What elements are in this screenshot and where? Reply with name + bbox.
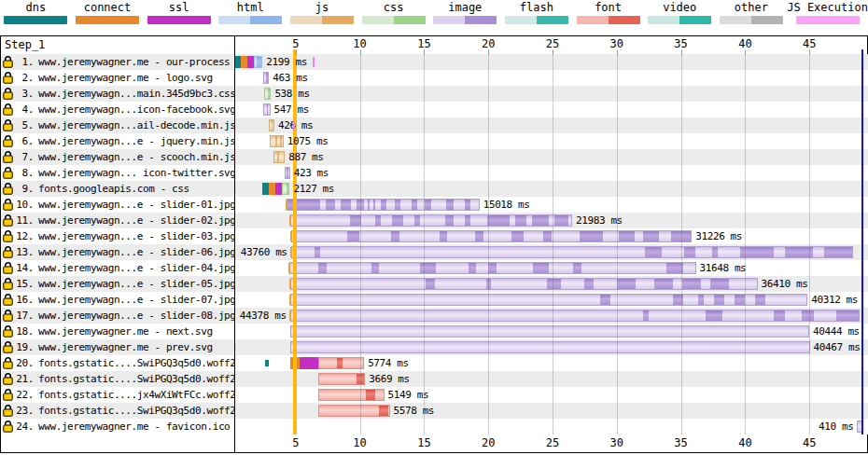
request-url[interactable]: fonts.gstatic....SwiPGQ3q5d0.woff2 (38, 357, 234, 369)
request-url[interactable]: fonts.gstatic....jx4wXiWtFCc.woff2 (38, 389, 234, 401)
font-download-bar[interactable] (318, 357, 364, 369)
request-url[interactable]: www.jeremywagn...e - slider-07.jpg (38, 294, 234, 306)
font-download-bar[interactable] (318, 405, 390, 417)
request-url[interactable]: www.jeremywagn...e - slider-01.jpg (38, 199, 234, 211)
css-download-bar[interactable] (264, 88, 271, 100)
request-row[interactable]: 4.www.jeremywagn...icon-facebook.svg547 … (1, 102, 868, 117)
request-url[interactable]: www.jeremywagner.me - our-process (38, 56, 230, 68)
dns-segment[interactable] (234, 56, 241, 68)
request-row[interactable]: 16.www.jeremywagn...e - slider-07.jpg403… (1, 292, 868, 308)
request-url[interactable]: www.jeremywagn...e - slider-03.jpg (38, 230, 234, 242)
js-download-bar[interactable] (273, 151, 285, 163)
legend-chip-dark (751, 16, 783, 24)
request-row[interactable]: 24.www.jeremywagner.me - favicon.ico410 … (1, 419, 868, 434)
request-url[interactable]: www.jeremywagner.me - favicon.ico (38, 421, 230, 433)
legend-color-chip (577, 16, 640, 24)
dns-segment[interactable] (262, 183, 269, 195)
image-download-bar[interactable] (291, 230, 693, 242)
request-row[interactable]: 14.www.jeremywagn...e - slider-04.jpg316… (1, 260, 868, 276)
request-url[interactable]: www.jeremywagner.me - logo.svg (38, 72, 213, 84)
image-download-bar[interactable] (290, 325, 809, 338)
lock-icon-wrap (3, 325, 15, 338)
request-url[interactable]: www.jeremywagner.me - prev.svg (38, 341, 213, 353)
request-url[interactable]: fonts.gstatic....SwiPGQ3q5d0.woff2 (38, 405, 234, 417)
js-download-bar[interactable] (270, 135, 284, 147)
image-download-bar[interactable] (290, 310, 861, 322)
request-row[interactable]: 9.fonts.googleapis.com - css2127 ms (1, 181, 868, 197)
image-download-bar[interactable] (263, 72, 269, 84)
request-row[interactable]: 2.www.jeremywagner.me - logo.svg463 ms (1, 70, 868, 86)
css-download-bar[interactable] (282, 183, 290, 195)
image-download-bar[interactable] (290, 214, 572, 227)
image-download-bar[interactable] (291, 246, 853, 258)
request-row[interactable]: 12.www.jeremywagn...e - slider-03.jpg312… (1, 228, 868, 244)
request-row[interactable]: 8.www.jeremywagn... icon-twitter.svg423 … (1, 165, 868, 181)
request-row[interactable]: 7.www.jeremywagn...e - scooch.min.js887 … (1, 149, 868, 165)
request-duration-label: 40312 ms (811, 294, 858, 306)
request-row[interactable]: 20.fonts.gstatic....SwiPGQ3q5d0.woff2577… (1, 355, 868, 371)
request-start-tick (289, 310, 291, 321)
request-row[interactable]: 17.www.jeremywagn...e - slider-08.jpg443… (1, 308, 868, 324)
legend-item-image: image (429, 0, 501, 30)
request-row[interactable]: 19.www.jeremywagner.me - prev.svg40467 m… (1, 339, 868, 355)
ssl-segment[interactable] (300, 357, 318, 369)
connect-segment[interactable] (241, 56, 247, 68)
image-download-bar[interactable] (285, 167, 290, 179)
request-row[interactable]: 13.www.jeremywagn...e - slider-06.jpg437… (1, 244, 868, 260)
image-download-bar[interactable] (289, 262, 696, 274)
dns-lookup-tick[interactable] (265, 360, 269, 366)
request-url[interactable]: www.jeremywagn...ail-decode.min.js (38, 119, 234, 131)
request-url[interactable]: www.jeremywagn...e - slider-05.jpg (38, 278, 234, 290)
content-chunk (487, 215, 510, 226)
request-url[interactable]: www.jeremywagn...main.345d9bc3.css (38, 88, 234, 100)
image-download-bar[interactable] (857, 421, 862, 433)
request-row[interactable]: 5.www.jeremywagn...ail-decode.min.js426 … (1, 117, 868, 133)
request-bar-cell: 3669 ms (234, 371, 868, 387)
request-row[interactable]: 11.www.jeremywagn...e - slider-02.jpg219… (1, 213, 868, 228)
content-chunk (347, 231, 359, 241)
html-download-bar[interactable] (254, 56, 262, 68)
request-label-cell: 21.fonts.gstatic....SwiPGQ3q5d0.woff2 (1, 371, 234, 387)
request-url[interactable]: www.jeremywagn... icon-twitter.svg (38, 167, 234, 179)
image-download-bar[interactable] (290, 278, 758, 290)
legend-label: js (315, 0, 329, 16)
request-bar-cell: 2127 ms (234, 181, 868, 197)
image-download-bar[interactable] (290, 341, 810, 353)
request-url[interactable]: fonts.googleapis.com - css (38, 183, 189, 195)
request-row[interactable]: 1.www.jeremywagner.me - our-process2199 … (1, 54, 868, 70)
content-chunk (645, 247, 662, 257)
image-download-bar[interactable] (263, 103, 271, 116)
request-row[interactable]: 10.www.jeremywagn...e - slider-01.jpg150… (1, 197, 868, 213)
image-download-bar[interactable] (290, 294, 808, 306)
https-lock-icon (3, 167, 13, 179)
request-url[interactable]: www.jeremywagn...e - jquery.min.js (38, 135, 234, 147)
connect-segment[interactable] (269, 183, 275, 195)
legend-color-chip (362, 16, 426, 24)
request-row[interactable]: 21.fonts.gstatic....SwiPGQ3q5d0.woff2366… (1, 371, 868, 387)
request-start-tick (289, 295, 291, 305)
request-url[interactable]: www.jeremywagner.me - next.svg (38, 325, 213, 338)
request-row[interactable]: 15.www.jeremywagn...e - slider-05.jpg364… (1, 276, 868, 292)
request-duration-label: 21983 ms (576, 214, 623, 227)
request-url[interactable]: www.jeremywagn...e - slider-06.jpg (38, 246, 234, 258)
request-url[interactable]: www.jeremywagn...e - scooch.min.js (38, 151, 234, 163)
request-url[interactable]: www.jeremywagn...e - slider-02.jpg (38, 214, 234, 227)
request-row[interactable]: 22.fonts.gstatic....jx4wXiWtFCc.woff2514… (1, 387, 868, 403)
request-row[interactable]: 23.fonts.gstatic....SwiPGQ3q5d0.woff2557… (1, 403, 868, 419)
legend-chip-light (4, 16, 35, 24)
image-download-bar[interactable] (287, 199, 480, 211)
js-download-bar[interactable] (269, 119, 274, 131)
font-download-bar[interactable] (318, 389, 385, 401)
connect-segment[interactable] (290, 357, 300, 369)
request-row[interactable]: 3.www.jeremywagn...main.345d9bc3.css538 … (1, 86, 868, 102)
request-row[interactable]: 6.www.jeremywagn...e - jquery.min.js1075… (1, 133, 868, 149)
request-url[interactable]: fonts.gstatic....SwiPGQ3q5d0.woff2 (38, 373, 234, 385)
ssl-segment[interactable] (275, 183, 282, 195)
ssl-segment[interactable] (247, 56, 254, 68)
request-row[interactable]: 18.www.jeremywagner.me - next.svg40444 m… (1, 324, 868, 339)
font-download-bar[interactable] (318, 373, 365, 385)
request-url[interactable]: www.jeremywagn...e - slider-04.jpg (38, 262, 234, 274)
request-url[interactable]: www.jeremywagn...icon-facebook.svg (38, 103, 234, 116)
request-url[interactable]: www.jeremywagn...e - slider-08.jpg (38, 310, 234, 322)
legend-chip-light (720, 16, 751, 24)
